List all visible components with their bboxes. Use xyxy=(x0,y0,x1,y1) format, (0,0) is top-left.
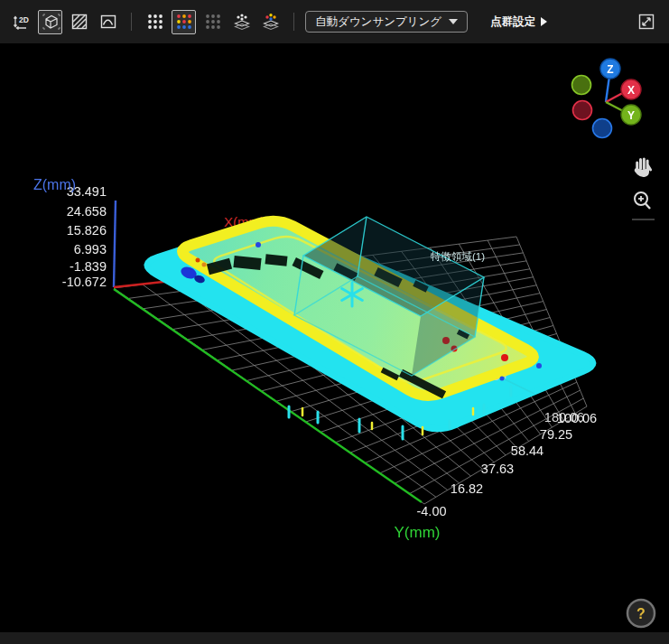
y-tick: -4.00 xyxy=(416,504,446,518)
dots-gray-glyph xyxy=(202,11,224,33)
points-grid-gray-icon[interactable] xyxy=(200,10,225,34)
view-tools xyxy=(632,158,655,220)
z-axis-ticks: 33.49124.65815.8266.993-1.839-10.672 xyxy=(62,184,107,289)
z-tick: -1.839 xyxy=(70,259,107,274)
layers-white-glyph xyxy=(231,11,253,33)
hand-icon xyxy=(635,158,653,177)
gizmo-z-label: Z xyxy=(607,63,613,76)
chevron-right-icon xyxy=(541,17,547,26)
toolbar-divider xyxy=(131,13,132,31)
point-cloud-settings-label: 点群設定 xyxy=(490,14,535,30)
zoom-in-tool[interactable] xyxy=(635,192,650,209)
z-tick: 24.658 xyxy=(67,204,107,219)
points-grid-white-icon[interactable] xyxy=(143,10,167,34)
window-bottom-edge xyxy=(0,632,669,644)
point-cloud-settings-button[interactable]: 点群設定 xyxy=(485,14,553,31)
y-tick: 79.25 xyxy=(540,427,572,442)
layers-colored-glyph xyxy=(260,11,282,33)
dots-white-glyph xyxy=(144,11,166,33)
3d-cube-view-icon[interactable] xyxy=(38,10,62,34)
app-window: { "toolbar": { "icon_2d_label": "2D", "d… xyxy=(0,0,669,644)
hatch-glyph xyxy=(69,11,90,33)
viewport-3d[interactable]: X(mm) 50 xyxy=(0,0,669,644)
z-tick: 6.993 xyxy=(74,242,107,257)
help-label: ? xyxy=(636,606,646,621)
hatch-fill-icon[interactable] xyxy=(67,10,91,34)
y-tick: 37.63 xyxy=(481,462,514,476)
dots-colored-glyph xyxy=(173,11,195,33)
cube-glyph xyxy=(40,11,61,33)
z-axis-label: Z(mm) xyxy=(33,177,76,192)
gizmo-neg-y-ball[interactable] xyxy=(572,76,591,95)
y-tick: 58.44 xyxy=(511,443,544,458)
gizmo-y-label: Y xyxy=(627,109,635,122)
fullscreen-button[interactable] xyxy=(634,10,658,34)
layers-points-colored-icon[interactable] xyxy=(258,10,283,34)
y-tick: 100.06 xyxy=(557,411,597,425)
profile-glyph xyxy=(98,11,119,33)
downsampling-dropdown[interactable]: 自動ダウンサンプリング xyxy=(305,11,468,33)
svg-text:2D: 2D xyxy=(19,15,29,24)
y-tick: 16.82 xyxy=(451,481,483,496)
gizmo-x-label: X xyxy=(627,84,635,97)
orientation-gizmo: Z X Y xyxy=(572,59,642,138)
toolbar-divider xyxy=(293,13,294,31)
gizmo-neg-z-ball[interactable] xyxy=(593,119,612,138)
layers-points-white-icon[interactable] xyxy=(229,10,254,34)
pan-hand-tool[interactable] xyxy=(635,158,653,177)
y-axis-label: Y(mm) xyxy=(395,524,441,541)
points-grid-colored-icon[interactable] xyxy=(172,10,196,34)
z-axis-line xyxy=(114,201,116,287)
feature-region-label: 特徴領域(1) xyxy=(430,251,485,262)
gizmo-neg-x-ball[interactable] xyxy=(573,101,592,120)
2d-measure-glyph: 2D xyxy=(11,11,33,33)
chevron-down-icon xyxy=(449,19,458,24)
z-tick: 15.826 xyxy=(67,223,107,238)
z-tick: -10.672 xyxy=(62,275,107,289)
downsampling-value: 自動ダウンサンプリング xyxy=(315,14,441,30)
toolbar: 2D xyxy=(0,0,669,43)
fullscreen-icon xyxy=(636,11,657,33)
height-profile-icon[interactable] xyxy=(96,10,120,34)
2d-measure-icon[interactable]: 2D xyxy=(9,10,33,34)
zoom-in-icon xyxy=(635,192,650,209)
help-button[interactable]: ? xyxy=(627,600,655,627)
